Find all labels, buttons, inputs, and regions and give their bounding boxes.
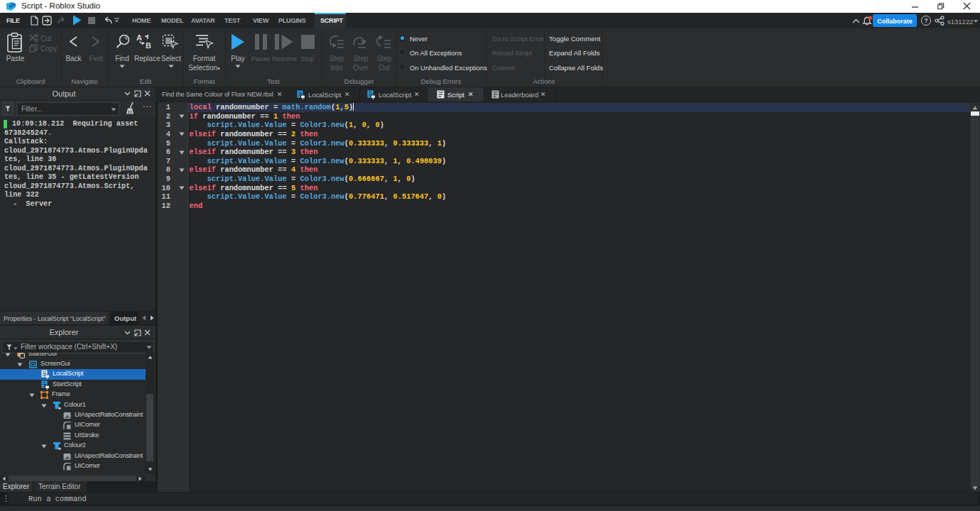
svg-text:A: A bbox=[136, 34, 142, 42]
svg-text:B: B bbox=[146, 41, 151, 49]
